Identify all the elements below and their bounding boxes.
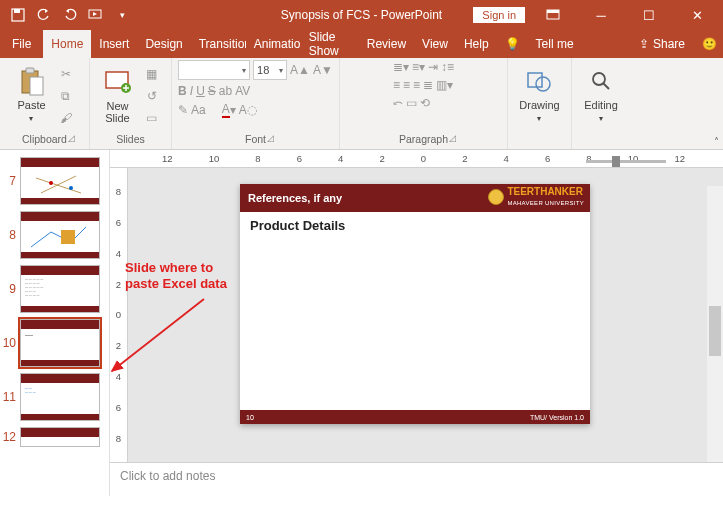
underline-icon[interactable]: U [196,84,205,98]
tab-slideshow[interactable]: Slide Show [301,30,359,58]
columns-icon[interactable]: ▥▾ [436,78,453,92]
drawing-button[interactable]: Drawing▾ [515,65,563,127]
font-size-select[interactable]: 18▾ [253,60,287,80]
qat-customize-icon[interactable]: ▾ [114,7,130,23]
zoom-slider[interactable] [586,160,666,163]
tab-file[interactable]: File [0,30,43,58]
svg-rect-6 [26,68,34,73]
minimize-button[interactable]: ─ [581,0,621,30]
share-button[interactable]: ⇪Share [629,30,695,58]
shadow-icon[interactable]: ab [219,84,232,98]
notes-pane[interactable]: Click to add notes [110,462,723,496]
tab-design[interactable]: Design [137,30,190,58]
start-from-beginning-icon[interactable] [88,7,104,23]
numbering-icon[interactable]: ≡▾ [412,60,425,74]
smartart-icon[interactable]: ⟲ [420,96,430,110]
feedback-smile-icon[interactable]: 🙂 [695,30,723,58]
font-case-icon[interactable]: Aa [191,103,206,117]
dialog-launcher-icon[interactable]: ◿ [267,130,274,146]
thumb-11[interactable]: 11— —— — — [0,370,109,424]
increase-font-icon[interactable]: A▲ [290,63,310,77]
title-bar: ▾ Synopsis of FCS - PowerPoint Sign in ─… [0,0,723,30]
tab-review[interactable]: Review [359,30,414,58]
line-spacing-icon[interactable]: ↕≡ [441,60,454,74]
font-family-select[interactable]: ▾ [178,60,250,80]
current-slide[interactable]: References, if any TEERTHANKERMAHAVEER U… [240,184,590,424]
horizontal-ruler[interactable]: 12108642024681012 [110,150,723,168]
copy-icon[interactable]: ⧉ [55,86,77,106]
drawing-label: Drawing [519,99,559,111]
svg-rect-18 [61,230,75,244]
list-level-icon[interactable]: ⇥ [428,60,438,74]
dialog-launcher-icon[interactable]: ◿ [449,130,456,146]
ribbon: Paste▾ ✂ ⧉ 🖌 Clipboard◿ New Slide ▦ ↺ ▭ … [0,58,723,150]
thumb-number: 11 [2,390,20,404]
editing-icon [586,67,616,97]
paste-button[interactable]: Paste▾ [13,65,51,127]
collapse-ribbon-icon[interactable]: ˄ [714,136,719,147]
tell-me-bulb-icon[interactable]: 💡 [497,30,528,58]
slide-body-text[interactable]: Product Details [240,212,590,239]
share-label: Share [653,37,685,51]
cut-icon[interactable]: ✂ [55,64,77,84]
redo-icon[interactable] [62,7,78,23]
align-left-icon[interactable]: ≡ [393,78,400,92]
thumb-9[interactable]: 9— — — — —— — — —— — — — —— — —— — — — [0,262,109,316]
document-title: Synopsis of FCS - PowerPoint [281,8,442,22]
thumb-8[interactable]: 8 [0,208,109,262]
text-direction-icon[interactable]: ⤺ [393,96,403,110]
slide-number: 10 [246,414,254,421]
svg-line-13 [603,83,609,89]
clipboard-group-label: Clipboard [22,133,67,145]
tell-me[interactable]: Tell me [528,30,582,58]
close-button[interactable]: ✕ [677,0,717,30]
justify-icon[interactable]: ≣ [423,78,433,92]
svg-point-11 [536,77,550,91]
undo-icon[interactable] [36,7,52,23]
strikethrough-icon[interactable]: S [208,84,216,98]
italic-icon[interactable]: I [190,84,193,98]
align-text-icon[interactable]: ▭ [406,96,417,110]
font-group-label: Font [245,133,266,145]
ribbon-display-icon[interactable] [533,0,573,30]
format-painter-icon[interactable]: 🖌 [55,108,77,128]
section-icon[interactable]: ▭ [141,108,163,128]
slide-thumbnail-panel[interactable]: 7 8 9— — — — —— — — —— — — — —— — —— — —… [0,150,110,496]
highlight-icon[interactable]: ✎ [178,103,188,117]
tab-animations[interactable]: Animations [246,30,301,58]
bold-icon[interactable]: B [178,84,187,98]
tab-insert[interactable]: Insert [91,30,137,58]
logo-emblem-icon [488,189,504,205]
thumb-10[interactable]: 10—— [0,316,109,370]
layout-icon[interactable]: ▦ [141,64,163,84]
sign-in-button[interactable]: Sign in [473,7,525,23]
reset-icon[interactable]: ↺ [141,86,163,106]
slide-canvas[interactable]: 864202468 References, if any TEERTHANKER… [110,168,723,462]
slides-group-label: Slides [116,131,145,149]
dialog-launcher-icon[interactable]: ◿ [68,130,75,146]
clear-format-icon[interactable]: A◌ [239,103,257,117]
tab-transitions[interactable]: Transitions [191,30,246,58]
tab-home[interactable]: Home [43,30,91,58]
tab-help[interactable]: Help [456,30,497,58]
paragraph-group-label: Paragraph [399,133,448,145]
bullets-icon[interactable]: ≣▾ [393,60,409,74]
decrease-font-icon[interactable]: A▼ [313,63,333,77]
align-right-icon[interactable]: ≡ [413,78,420,92]
tab-view[interactable]: View [414,30,456,58]
vertical-scrollbar[interactable] [707,186,723,462]
edit-area: 12108642024681012 864202468 References, … [110,150,723,496]
new-slide-button[interactable]: New Slide [99,66,137,126]
thumb-7[interactable]: 7 [0,154,109,208]
editing-button[interactable]: Editing▾ [580,65,622,127]
align-center-icon[interactable]: ≡ [403,78,410,92]
vertical-ruler[interactable]: 864202468 [110,168,128,462]
thumb-number: 8 [2,228,20,242]
font-color-icon[interactable]: A▾ [222,102,236,118]
new-slide-label: New Slide [105,100,129,124]
spacing-icon[interactable]: AV [235,84,250,98]
maximize-button[interactable]: ☐ [629,0,669,30]
save-icon[interactable] [10,7,26,23]
thumb-12[interactable]: 12 [0,424,109,450]
share-icon: ⇪ [639,37,649,51]
